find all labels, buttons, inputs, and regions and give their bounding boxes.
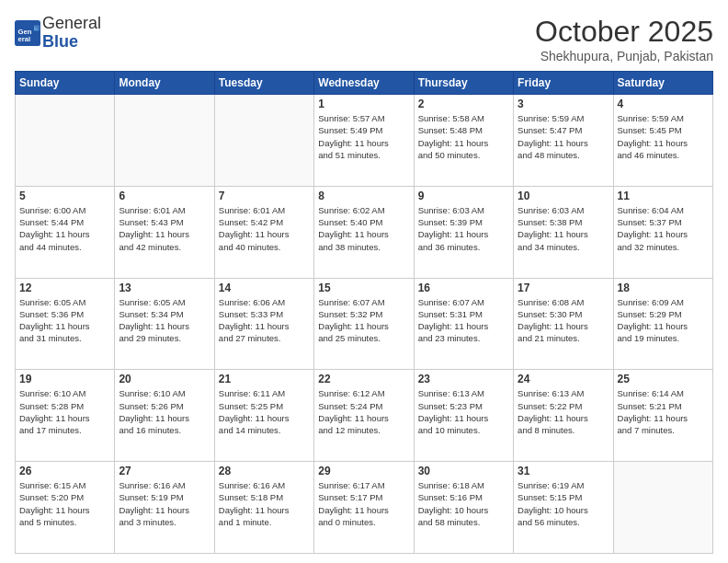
day-number: 14 xyxy=(219,282,310,294)
day-cell-2-2: 14Sunrise: 6:06 AM Sunset: 5:33 PM Dayli… xyxy=(214,278,313,370)
day-number: 6 xyxy=(119,190,210,202)
header-friday: Friday xyxy=(514,72,613,95)
day-info: Sunrise: 6:07 AM Sunset: 5:31 PM Dayligh… xyxy=(418,296,509,345)
day-number: 5 xyxy=(19,190,110,202)
week-row-1: 1Sunrise: 5:57 AM Sunset: 5:49 PM Daylig… xyxy=(16,95,713,187)
day-info: Sunrise: 6:01 AM Sunset: 5:43 PM Dayligh… xyxy=(119,204,210,253)
day-cell-1-2: 7Sunrise: 6:01 AM Sunset: 5:42 PM Daylig… xyxy=(214,186,313,278)
logo-blue: Blue xyxy=(42,32,78,51)
day-number: 21 xyxy=(219,373,310,385)
header-thursday: Thursday xyxy=(414,72,513,95)
day-number: 2 xyxy=(418,98,509,110)
calendar-table: Sunday Monday Tuesday Wednesday Thursday… xyxy=(15,71,713,554)
day-number: 23 xyxy=(418,373,509,385)
day-number: 15 xyxy=(318,282,409,294)
day-info: Sunrise: 5:57 AM Sunset: 5:49 PM Dayligh… xyxy=(318,112,409,161)
day-info: Sunrise: 6:00 AM Sunset: 5:44 PM Dayligh… xyxy=(19,204,110,253)
day-info: Sunrise: 6:13 AM Sunset: 5:23 PM Dayligh… xyxy=(418,387,509,436)
day-cell-2-6: 18Sunrise: 6:09 AM Sunset: 5:29 PM Dayli… xyxy=(613,278,712,370)
header: Gen eral General Blue October 2025 Shekh… xyxy=(15,15,713,63)
day-info: Sunrise: 6:10 AM Sunset: 5:28 PM Dayligh… xyxy=(19,387,110,436)
day-info: Sunrise: 6:05 AM Sunset: 5:36 PM Dayligh… xyxy=(19,296,110,345)
week-row-3: 12Sunrise: 6:05 AM Sunset: 5:36 PM Dayli… xyxy=(16,278,713,370)
day-cell-0-4: 2Sunrise: 5:58 AM Sunset: 5:48 PM Daylig… xyxy=(414,95,513,187)
day-cell-3-6: 25Sunrise: 6:14 AM Sunset: 5:21 PM Dayli… xyxy=(613,370,712,462)
day-number: 28 xyxy=(219,465,310,477)
day-cell-4-6 xyxy=(613,462,712,554)
day-info: Sunrise: 6:16 AM Sunset: 5:19 PM Dayligh… xyxy=(119,479,210,528)
day-cell-0-2 xyxy=(214,95,313,187)
title-area: October 2025 Shekhupura, Punjab, Pakista… xyxy=(535,15,713,63)
day-number: 13 xyxy=(119,282,210,294)
day-info: Sunrise: 6:07 AM Sunset: 5:32 PM Dayligh… xyxy=(318,296,409,345)
day-cell-2-4: 16Sunrise: 6:07 AM Sunset: 5:31 PM Dayli… xyxy=(414,278,513,370)
day-info: Sunrise: 6:13 AM Sunset: 5:22 PM Dayligh… xyxy=(518,387,609,436)
day-info: Sunrise: 6:16 AM Sunset: 5:18 PM Dayligh… xyxy=(219,479,310,528)
day-number: 10 xyxy=(518,190,609,202)
day-number: 31 xyxy=(518,465,609,477)
day-info: Sunrise: 6:15 AM Sunset: 5:20 PM Dayligh… xyxy=(19,479,110,528)
logo-general: General xyxy=(42,14,101,32)
day-number: 25 xyxy=(618,373,709,385)
day-number: 24 xyxy=(518,373,609,385)
day-info: Sunrise: 6:08 AM Sunset: 5:30 PM Dayligh… xyxy=(518,296,609,345)
header-sunday: Sunday xyxy=(16,72,115,95)
day-cell-2-5: 17Sunrise: 6:08 AM Sunset: 5:30 PM Dayli… xyxy=(514,278,613,370)
logo-icon: Gen eral xyxy=(15,20,40,46)
location-title: Shekhupura, Punjab, Pakistan xyxy=(535,49,713,63)
header-monday: Monday xyxy=(115,72,214,95)
day-info: Sunrise: 6:03 AM Sunset: 5:38 PM Dayligh… xyxy=(518,204,609,253)
day-info: Sunrise: 6:12 AM Sunset: 5:24 PM Dayligh… xyxy=(318,387,409,436)
day-cell-0-5: 3Sunrise: 5:59 AM Sunset: 5:47 PM Daylig… xyxy=(514,95,613,187)
logo-text: General Blue xyxy=(42,15,101,52)
day-number: 11 xyxy=(618,190,709,202)
day-cell-0-3: 1Sunrise: 5:57 AM Sunset: 5:49 PM Daylig… xyxy=(314,95,414,187)
day-cell-1-0: 5Sunrise: 6:00 AM Sunset: 5:44 PM Daylig… xyxy=(16,186,115,278)
day-number: 20 xyxy=(119,373,210,385)
day-info: Sunrise: 5:59 AM Sunset: 5:45 PM Dayligh… xyxy=(618,112,709,161)
day-info: Sunrise: 5:59 AM Sunset: 5:47 PM Dayligh… xyxy=(518,112,609,161)
day-cell-2-3: 15Sunrise: 6:07 AM Sunset: 5:32 PM Dayli… xyxy=(314,278,414,370)
day-number: 3 xyxy=(518,98,609,110)
week-row-2: 5Sunrise: 6:00 AM Sunset: 5:44 PM Daylig… xyxy=(16,186,713,278)
day-cell-4-4: 30Sunrise: 6:18 AM Sunset: 5:16 PM Dayli… xyxy=(414,462,513,554)
day-cell-3-2: 21Sunrise: 6:11 AM Sunset: 5:25 PM Dayli… xyxy=(214,370,313,462)
day-cell-0-6: 4Sunrise: 5:59 AM Sunset: 5:45 PM Daylig… xyxy=(613,95,712,187)
day-cell-3-3: 22Sunrise: 6:12 AM Sunset: 5:24 PM Dayli… xyxy=(314,370,414,462)
day-info: Sunrise: 6:03 AM Sunset: 5:39 PM Dayligh… xyxy=(418,204,509,253)
week-row-4: 19Sunrise: 6:10 AM Sunset: 5:28 PM Dayli… xyxy=(16,370,713,462)
day-info: Sunrise: 6:11 AM Sunset: 5:25 PM Dayligh… xyxy=(219,387,310,436)
day-cell-2-0: 12Sunrise: 6:05 AM Sunset: 5:36 PM Dayli… xyxy=(16,278,115,370)
day-cell-3-0: 19Sunrise: 6:10 AM Sunset: 5:28 PM Dayli… xyxy=(16,370,115,462)
day-info: Sunrise: 6:01 AM Sunset: 5:42 PM Dayligh… xyxy=(219,204,310,253)
day-info: Sunrise: 6:02 AM Sunset: 5:40 PM Dayligh… xyxy=(318,204,409,253)
day-number: 7 xyxy=(219,190,310,202)
day-cell-0-1 xyxy=(115,95,214,187)
day-cell-2-1: 13Sunrise: 6:05 AM Sunset: 5:34 PM Dayli… xyxy=(115,278,214,370)
day-number: 9 xyxy=(418,190,509,202)
day-cell-3-5: 24Sunrise: 6:13 AM Sunset: 5:22 PM Dayli… xyxy=(514,370,613,462)
day-info: Sunrise: 6:18 AM Sunset: 5:16 PM Dayligh… xyxy=(418,479,509,528)
header-wednesday: Wednesday xyxy=(314,72,414,95)
week-row-5: 26Sunrise: 6:15 AM Sunset: 5:20 PM Dayli… xyxy=(16,462,713,554)
day-number: 18 xyxy=(618,282,709,294)
day-info: Sunrise: 6:17 AM Sunset: 5:17 PM Dayligh… xyxy=(318,479,409,528)
day-info: Sunrise: 5:58 AM Sunset: 5:48 PM Dayligh… xyxy=(418,112,509,161)
day-cell-4-2: 28Sunrise: 6:16 AM Sunset: 5:18 PM Dayli… xyxy=(214,462,313,554)
day-number: 27 xyxy=(119,465,210,477)
day-info: Sunrise: 6:14 AM Sunset: 5:21 PM Dayligh… xyxy=(618,387,709,436)
day-info: Sunrise: 6:10 AM Sunset: 5:26 PM Dayligh… xyxy=(119,387,210,436)
day-cell-1-1: 6Sunrise: 6:01 AM Sunset: 5:43 PM Daylig… xyxy=(115,186,214,278)
calendar-page: Gen eral General Blue October 2025 Shekh… xyxy=(0,0,728,563)
day-number: 12 xyxy=(19,282,110,294)
day-number: 30 xyxy=(418,465,509,477)
day-cell-4-0: 26Sunrise: 6:15 AM Sunset: 5:20 PM Dayli… xyxy=(16,462,115,554)
day-number: 17 xyxy=(518,282,609,294)
day-info: Sunrise: 6:05 AM Sunset: 5:34 PM Dayligh… xyxy=(119,296,210,345)
day-number: 16 xyxy=(418,282,509,294)
day-cell-3-1: 20Sunrise: 6:10 AM Sunset: 5:26 PM Dayli… xyxy=(115,370,214,462)
day-cell-1-4: 9Sunrise: 6:03 AM Sunset: 5:39 PM Daylig… xyxy=(414,186,513,278)
day-number: 19 xyxy=(19,373,110,385)
day-number: 1 xyxy=(318,98,409,110)
logo: Gen eral General Blue xyxy=(15,15,101,52)
